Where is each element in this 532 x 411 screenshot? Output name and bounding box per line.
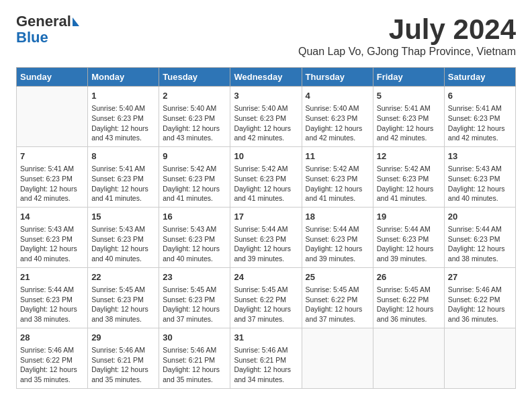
day-info: Sunrise: 5:40 AM Sunset: 6:23 PM Dayligh… [234,103,298,143]
day-number: 9 [163,150,226,163]
day-number: 31 [234,332,298,344]
day-info: Sunrise: 5:43 AM Sunset: 6:23 PM Dayligh… [91,224,155,264]
day-info: Sunrise: 5:43 AM Sunset: 6:23 PM Dayligh… [20,224,84,264]
calendar-cell: 25Sunrise: 5:45 AM Sunset: 6:22 PM Dayli… [302,267,373,328]
day-header-saturday: Saturday [444,68,515,87]
logo-triangle-icon [73,17,79,26]
day-info: Sunrise: 5:44 AM Sunset: 6:23 PM Dayligh… [306,224,369,264]
day-number: 5 [377,90,441,102]
day-number: 20 [448,211,512,223]
calendar-week-row: 7Sunrise: 5:41 AM Sunset: 6:23 PM Daylig… [17,146,516,207]
day-number: 28 [20,332,84,344]
day-number: 17 [234,211,298,223]
day-info: Sunrise: 5:41 AM Sunset: 6:23 PM Dayligh… [91,164,155,203]
calendar-cell: 4Sunrise: 5:40 AM Sunset: 6:23 PM Daylig… [302,87,373,147]
day-number: 8 [91,150,155,163]
calendar-cell: 5Sunrise: 5:41 AM Sunset: 6:23 PM Daylig… [373,87,444,147]
logo-blue-text: Blue [16,30,48,46]
calendar-cell: 17Sunrise: 5:44 AM Sunset: 6:23 PM Dayli… [230,207,302,267]
day-number: 11 [306,150,369,163]
calendar-cell: 20Sunrise: 5:44 AM Sunset: 6:23 PM Dayli… [444,207,515,267]
calendar-week-row: 28Sunrise: 5:46 AM Sunset: 6:22 PM Dayli… [17,328,516,388]
day-info: Sunrise: 5:44 AM Sunset: 6:23 PM Dayligh… [448,224,512,264]
day-info: Sunrise: 5:45 AM Sunset: 6:22 PM Dayligh… [377,285,441,324]
day-number: 26 [377,271,441,283]
day-info: Sunrise: 5:46 AM Sunset: 6:21 PM Dayligh… [91,345,155,385]
day-info: Sunrise: 5:41 AM Sunset: 6:23 PM Dayligh… [20,164,84,203]
day-info: Sunrise: 5:44 AM Sunset: 6:23 PM Dayligh… [377,224,441,264]
day-info: Sunrise: 5:44 AM Sunset: 6:23 PM Dayligh… [20,285,84,324]
day-number: 25 [306,271,369,283]
calendar-cell: 30Sunrise: 5:46 AM Sunset: 6:21 PM Dayli… [159,328,230,388]
calendar-cell: 6Sunrise: 5:41 AM Sunset: 6:23 PM Daylig… [444,87,515,147]
day-number: 10 [234,150,298,163]
calendar-cell: 15Sunrise: 5:43 AM Sunset: 6:23 PM Dayli… [88,207,159,267]
day-info: Sunrise: 5:41 AM Sunset: 6:23 PM Dayligh… [377,103,441,143]
day-number: 1 [91,90,155,102]
header-row: General Blue July 2024 Quan Lap Vo, GJon… [16,13,516,64]
logo: General Blue [16,13,79,46]
day-header-thursday: Thursday [302,68,373,87]
day-number: 18 [306,211,369,223]
calendar-table: SundayMondayTuesdayWednesdayThursdayFrid… [16,67,516,389]
day-header-wednesday: Wednesday [230,68,302,87]
calendar-cell [373,328,444,388]
day-number: 14 [20,211,84,223]
calendar-cell: 23Sunrise: 5:45 AM Sunset: 6:23 PM Dayli… [159,267,230,328]
day-info: Sunrise: 5:45 AM Sunset: 6:23 PM Dayligh… [163,285,226,324]
calendar-week-row: 21Sunrise: 5:44 AM Sunset: 6:23 PM Dayli… [17,267,516,328]
day-number: 22 [91,271,155,283]
month-title: July 2024 [298,13,516,46]
calendar-cell: 19Sunrise: 5:44 AM Sunset: 6:23 PM Dayli… [373,207,444,267]
calendar-cell: 7Sunrise: 5:41 AM Sunset: 6:23 PM Daylig… [17,146,88,207]
calendar-cell: 29Sunrise: 5:46 AM Sunset: 6:21 PM Dayli… [88,328,159,388]
day-info: Sunrise: 5:42 AM Sunset: 6:23 PM Dayligh… [306,164,369,203]
day-number: 23 [163,271,226,283]
day-info: Sunrise: 5:46 AM Sunset: 6:22 PM Dayligh… [20,345,84,385]
calendar-cell: 31Sunrise: 5:46 AM Sunset: 6:21 PM Dayli… [230,328,302,388]
day-info: Sunrise: 5:45 AM Sunset: 6:22 PM Dayligh… [234,285,298,324]
calendar-cell: 14Sunrise: 5:43 AM Sunset: 6:23 PM Dayli… [17,207,88,267]
calendar-cell [302,328,373,388]
day-number: 21 [20,271,84,283]
day-info: Sunrise: 5:46 AM Sunset: 6:21 PM Dayligh… [234,345,298,385]
day-number: 12 [377,150,441,163]
calendar-cell: 9Sunrise: 5:42 AM Sunset: 6:23 PM Daylig… [159,146,230,207]
calendar-cell: 24Sunrise: 5:45 AM Sunset: 6:22 PM Dayli… [230,267,302,328]
calendar-cell: 8Sunrise: 5:41 AM Sunset: 6:23 PM Daylig… [88,146,159,207]
day-number: 15 [91,211,155,223]
calendar-cell: 2Sunrise: 5:40 AM Sunset: 6:23 PM Daylig… [159,87,230,147]
calendar-cell: 3Sunrise: 5:40 AM Sunset: 6:23 PM Daylig… [230,87,302,147]
day-info: Sunrise: 5:40 AM Sunset: 6:23 PM Dayligh… [91,103,155,143]
day-info: Sunrise: 5:43 AM Sunset: 6:23 PM Dayligh… [448,164,512,203]
day-number: 29 [91,332,155,344]
day-info: Sunrise: 5:40 AM Sunset: 6:23 PM Dayligh… [163,103,226,143]
day-info: Sunrise: 5:41 AM Sunset: 6:23 PM Dayligh… [448,103,512,143]
day-number: 13 [448,150,512,163]
day-info: Sunrise: 5:44 AM Sunset: 6:23 PM Dayligh… [234,224,298,264]
day-info: Sunrise: 5:42 AM Sunset: 6:23 PM Dayligh… [377,164,441,203]
calendar-cell: 11Sunrise: 5:42 AM Sunset: 6:23 PM Dayli… [302,146,373,207]
day-number: 24 [234,271,298,283]
day-info: Sunrise: 5:40 AM Sunset: 6:23 PM Dayligh… [306,103,369,143]
calendar-cell: 1Sunrise: 5:40 AM Sunset: 6:23 PM Daylig… [88,87,159,147]
day-number: 3 [234,90,298,102]
day-info: Sunrise: 5:46 AM Sunset: 6:22 PM Dayligh… [448,285,512,324]
calendar-cell: 26Sunrise: 5:45 AM Sunset: 6:22 PM Dayli… [373,267,444,328]
day-number: 27 [448,271,512,283]
day-info: Sunrise: 5:45 AM Sunset: 6:23 PM Dayligh… [91,285,155,324]
calendar-cell: 16Sunrise: 5:43 AM Sunset: 6:23 PM Dayli… [159,207,230,267]
calendar-week-row: 14Sunrise: 5:43 AM Sunset: 6:23 PM Dayli… [17,207,516,267]
day-header-monday: Monday [88,68,159,87]
day-info: Sunrise: 5:43 AM Sunset: 6:23 PM Dayligh… [163,224,226,264]
calendar-cell: 22Sunrise: 5:45 AM Sunset: 6:23 PM Dayli… [88,267,159,328]
calendar-cell [444,328,515,388]
calendar-cell: 27Sunrise: 5:46 AM Sunset: 6:22 PM Dayli… [444,267,515,328]
subtitle: Quan Lap Vo, GJong Thap Province, Vietna… [298,46,516,58]
day-header-sunday: Sunday [17,68,88,87]
day-number: 19 [377,211,441,223]
title-block: July 2024 Quan Lap Vo, GJong Thap Provin… [298,13,516,64]
calendar-week-row: 1Sunrise: 5:40 AM Sunset: 6:23 PM Daylig… [17,87,516,147]
calendar-cell: 28Sunrise: 5:46 AM Sunset: 6:22 PM Dayli… [17,328,88,388]
calendar-cell: 18Sunrise: 5:44 AM Sunset: 6:23 PM Dayli… [302,207,373,267]
